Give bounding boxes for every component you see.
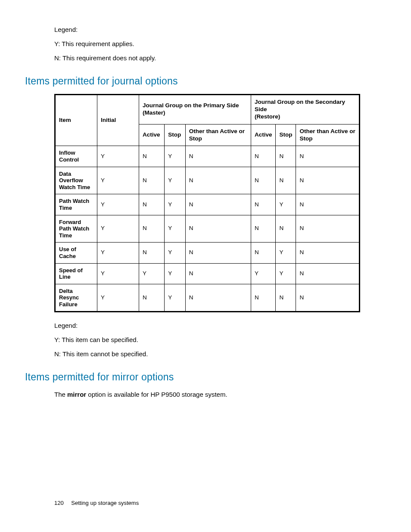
th-p-stop: Stop	[165, 124, 185, 146]
legend-title: Legend:	[54, 25, 386, 34]
cell: Y	[97, 215, 139, 243]
table-row: Speed of Line Y Y Y N Y Y N	[55, 263, 360, 284]
mirror-body-text: The mirror option is available for HP P9…	[54, 390, 386, 399]
cell: N	[296, 194, 360, 215]
cell: Y	[97, 194, 139, 215]
th-item: Item	[55, 95, 97, 146]
cell: Y	[139, 263, 165, 284]
cell: N	[185, 263, 251, 284]
table-row: Use of Cache Y N Y N N Y N	[55, 243, 360, 263]
cell: Y	[97, 284, 139, 312]
row-label: Path Watch Time	[55, 194, 97, 215]
legend-y: Y: This item can be specified.	[54, 335, 386, 344]
cell: N	[139, 146, 165, 167]
cell: N	[139, 194, 165, 215]
cell: N	[185, 284, 251, 312]
legend-title: Legend:	[54, 321, 386, 330]
row-label: Forward Path Watch Time	[55, 215, 97, 243]
th-p-active: Active	[139, 124, 165, 146]
row-label: Speed of Line	[55, 263, 97, 284]
cell: Y	[165, 243, 185, 263]
table-row: Forward Path Watch Time Y N Y N N N N	[55, 215, 360, 243]
th-initial: Initial	[97, 95, 139, 146]
table-row: Data Overflow Watch Time Y N Y N N N N	[55, 167, 360, 194]
text-bold: mirror	[67, 391, 86, 398]
legend-n: N: This item cannot be specified.	[54, 349, 386, 358]
cell: Y	[97, 146, 139, 167]
legend-n: N: This requirement does not apply.	[54, 53, 386, 62]
cell: N	[251, 243, 276, 263]
text-pre: The	[54, 391, 67, 398]
cell: N	[251, 215, 276, 243]
cell: Y	[165, 167, 185, 194]
cell: Y	[165, 284, 185, 312]
cell: N	[185, 215, 251, 243]
cell: Y	[97, 263, 139, 284]
cell: Y	[276, 263, 296, 284]
th-s-other: Other than Active or Stop	[296, 124, 360, 146]
cell: N	[296, 263, 360, 284]
cell: N	[251, 194, 276, 215]
row-label: Data Overflow Watch Time	[55, 167, 97, 194]
cell: N	[251, 167, 276, 194]
cell: Y	[276, 194, 296, 215]
cell: N	[185, 167, 251, 194]
heading-mirror-options: Items permitted for mirror options	[25, 371, 386, 383]
cell: Y	[165, 215, 185, 243]
cell: N	[296, 284, 360, 312]
cell: N	[276, 284, 296, 312]
cell: N	[296, 243, 360, 263]
th-primary-group: Journal Group on the Primary Side (Maste…	[139, 95, 251, 124]
heading-journal-options: Items permitted for journal options	[25, 75, 386, 87]
cell: Y	[165, 146, 185, 167]
table-row: Path Watch Time Y N Y N N Y N	[55, 194, 360, 215]
cell: Y	[165, 263, 185, 284]
cell: N	[276, 167, 296, 194]
cell: N	[276, 215, 296, 243]
journal-options-table: Item Initial Journal Group on the Primar…	[54, 94, 360, 312]
table-body: Inflow Control Y N Y N N N N Data Overfl…	[55, 146, 360, 312]
cell: N	[185, 194, 251, 215]
row-label: Use of Cache	[55, 243, 97, 263]
cell: N	[296, 215, 360, 243]
th-s-active: Active	[251, 124, 276, 146]
page-footer: 120 Setting up storage systems	[54, 500, 139, 506]
cell: Y	[165, 194, 185, 215]
text-post: option is available for HP P9500 storage…	[86, 391, 227, 398]
cell: N	[251, 284, 276, 312]
row-label: Delta Resync Failure	[55, 284, 97, 312]
cell: N	[296, 167, 360, 194]
cell: N	[139, 215, 165, 243]
legend-bottom: Legend: Y: This item can be specified. N…	[54, 321, 386, 358]
table-row: Inflow Control Y N Y N N N N	[55, 146, 360, 167]
cell: N	[185, 243, 251, 263]
footer-title: Setting up storage systems	[71, 500, 139, 506]
table-header-row-1: Item Initial Journal Group on the Primar…	[55, 95, 360, 124]
cell: N	[185, 146, 251, 167]
cell: Y	[97, 167, 139, 194]
cell: N	[139, 243, 165, 263]
row-label: Inflow Control	[55, 146, 97, 167]
page-number: 120	[54, 500, 64, 506]
legend-y: Y: This requirement applies.	[54, 39, 386, 48]
cell: N	[296, 146, 360, 167]
th-s-stop: Stop	[276, 124, 296, 146]
cell: Y	[251, 263, 276, 284]
cell: N	[276, 146, 296, 167]
cell: Y	[276, 243, 296, 263]
cell: N	[251, 146, 276, 167]
legend-top: Legend: Y: This requirement applies. N: …	[54, 25, 386, 62]
cell: N	[139, 167, 165, 194]
table-row: Delta Resync Failure Y N Y N N N N	[55, 284, 360, 312]
th-secondary-group: Journal Group on the Secondary Side (Res…	[251, 95, 359, 124]
page: Legend: Y: This requirement applies. N: …	[0, 0, 411, 532]
cell: N	[139, 284, 165, 312]
th-p-other: Other than Active or Stop	[185, 124, 251, 146]
cell: Y	[97, 243, 139, 263]
